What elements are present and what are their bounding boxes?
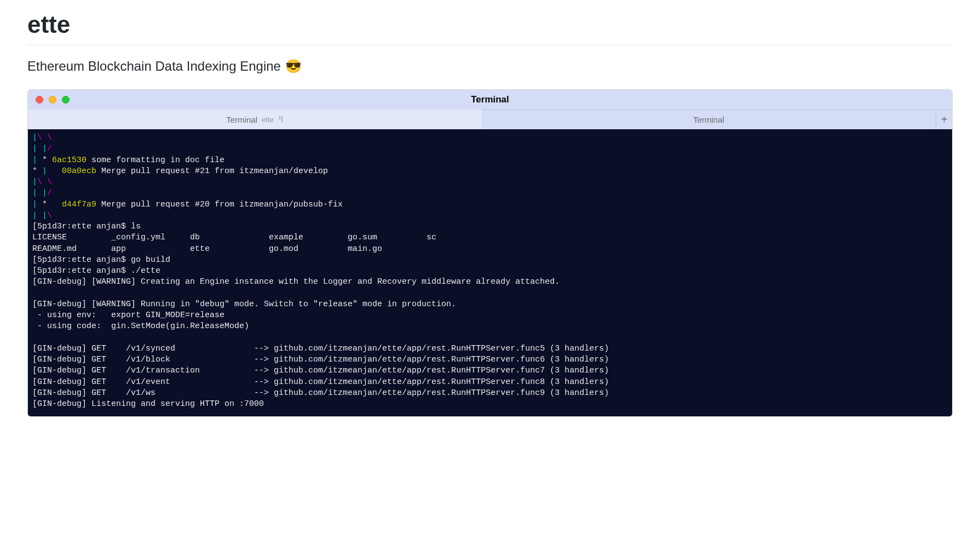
- terminal-output: |\ \| |/| * 6ac1530 some formatting in d…: [28, 129, 952, 416]
- window-title: Terminal: [471, 94, 509, 105]
- traffic-lights: [36, 96, 70, 104]
- spinner-icon: ⠻: [278, 115, 284, 124]
- tab-label: Terminal: [693, 115, 724, 124]
- terminal-titlebar: Terminal: [28, 90, 952, 110]
- sunglasses-emoji-icon: 😎: [285, 59, 302, 74]
- terminal-tab-2[interactable]: Terminal: [482, 110, 936, 129]
- terminal-window: Terminal Terminal ette ⠻ Terminal + |\ \…: [27, 89, 953, 417]
- close-icon[interactable]: [36, 96, 43, 104]
- tab-label: Terminal: [226, 115, 257, 124]
- minimize-icon[interactable]: [49, 96, 56, 104]
- subtitle: Ethereum Blockchain Data Indexing Engine…: [27, 59, 953, 74]
- tab-sublabel: ette: [262, 116, 274, 124]
- add-tab-button[interactable]: +: [936, 110, 952, 129]
- page-title: ette: [27, 0, 953, 45]
- maximize-icon[interactable]: [62, 96, 70, 104]
- subtitle-text: Ethereum Blockchain Data Indexing Engine: [27, 59, 281, 74]
- terminal-tabs: Terminal ette ⠻ Terminal +: [28, 110, 952, 129]
- terminal-tab-1[interactable]: Terminal ette ⠻: [28, 110, 482, 129]
